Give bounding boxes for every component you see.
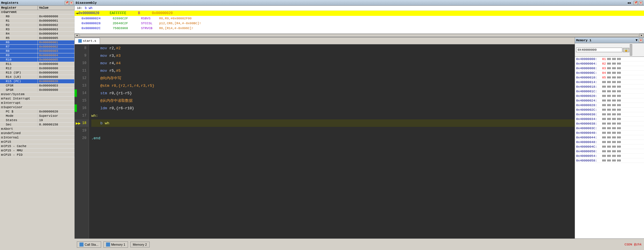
keyword-b: b (91, 121, 105, 125)
memory-close-btn[interactable]: ✕ (639, 38, 643, 42)
call-stack-btn[interactable]: Call Sta... (77, 241, 101, 248)
disasm-operand-1: R6,R9,#0x00002F00 (159, 17, 192, 20)
scroll-right-icon[interactable]: ▶ (630, 1, 631, 5)
disassembly-titlebar: Disassembly ◀ ▶ 📌 ✕ (75, 0, 644, 6)
reg-name-r8: R8 (0, 49, 38, 53)
reg-group-current[interactable]: ⊟Current (0, 10, 75, 14)
line-num-16: 16 (77, 104, 89, 112)
comment-15: @从内存中读取数据 (91, 98, 133, 103)
scroll-right-btn[interactable]: ▶ (639, 34, 644, 37)
comment-12: @向内存中写 (91, 76, 121, 81)
mem-addr: 0x40000020: (576, 94, 602, 98)
memory-rows: 0x40000000: 01 00 00 00 0x40000004: 02 0… (575, 57, 644, 238)
reg-group-cp15cache[interactable]: ⊞CP15 - Cache (0, 144, 75, 149)
registers-titlebar: Registers 📌 ✕ (0, 0, 75, 6)
reg-value-r6: 0x00000001 (38, 40, 75, 45)
mem-bytes: 00 00 00 00 (602, 80, 621, 84)
memory-titlebar: Memory 1 ▼ ✕ (575, 37, 644, 43)
reg-value-r15: 0x00000020 (38, 79, 75, 84)
reg-value-r13: 0x00000000 (38, 71, 75, 75)
memory-lock-btn[interactable]: 🔒 (623, 48, 629, 52)
mem-bytes: 03 00 00 00 (602, 67, 621, 70)
mem-addr: 0x40000044: (576, 136, 602, 139)
memory-row: 0x40000000: 01 00 00 00 (575, 57, 644, 61)
table-row: R10 0x00000005 (0, 58, 75, 62)
mem-bytes: 04 00 00 00 (602, 71, 621, 75)
mem-bytes: 00000000 (602, 113, 621, 116)
reg-r5: r5 (109, 69, 114, 73)
reg-group-cp15mmu[interactable]: ⊞CP15 - MMU (0, 149, 75, 153)
scroll-left-btn[interactable]: ◀ (75, 34, 79, 37)
disasm-row[interactable]: 0x00000028 2D646C2F STCCSL p12,CR6,[R4,#… (75, 21, 644, 26)
reg-group-user[interactable]: ⊞User/System (0, 92, 75, 97)
reg-group-undefined[interactable]: ⊞Undefined (0, 131, 75, 136)
reg-name-r15: R15 (PC) (0, 79, 38, 84)
memory-row: 0x40000048: 00000000 (575, 140, 644, 144)
mem-addr: 0x40000038: (576, 122, 602, 125)
code-gutter: 8 9 10 11 12 13 14 15 16 (75, 44, 89, 238)
breakpoint-marker-14[interactable] (75, 89, 77, 97)
memory-address-input[interactable] (576, 48, 622, 52)
reg-value-states: 19 (38, 118, 75, 123)
breakpoint-marker-16[interactable] (75, 104, 77, 112)
code-line-17: wh: (91, 112, 575, 119)
reg-group-fiq[interactable]: ⊞Fast Interrupt (0, 97, 75, 101)
line-num-19: 19 (75, 127, 89, 134)
reg-r4: r4 (109, 61, 114, 65)
code-line-14: stm r0,{r1-r5} (91, 89, 575, 97)
table-row: Sec 0.00000158 (0, 123, 75, 127)
memory2-btn[interactable]: Memory 2 (130, 242, 150, 247)
reg-value-r2: 0x00000002 (38, 23, 75, 27)
mem-bytes: 00000000 (602, 85, 621, 89)
registers-pin-btn[interactable]: 📌 (65, 1, 69, 5)
disasm-addr-0: 0x00000020 (79, 11, 107, 15)
table-row: R4 0x00000004 (0, 32, 75, 36)
reg-name-r10: R10 (0, 58, 38, 62)
reg-name-r14: R14 (LR) (0, 75, 38, 79)
tab-start-s[interactable]: start.s (75, 38, 100, 44)
reg-group-irq[interactable]: ⊞Interrupt (0, 101, 75, 105)
reg-group-cp15pid[interactable]: ⊞CP15 - PID (0, 153, 75, 157)
line-num-18: 18 (81, 119, 89, 127)
disasm-row[interactable]: 0x0000002C 756E6960 STRVCB R6,[R14,#-0x0… (75, 26, 644, 31)
memory-row: 0x40000034: 00000000 (575, 117, 644, 121)
memory-panel: Memory 1 ▼ ✕ 🔒 0x40000000: (575, 37, 644, 238)
registers-close-btn[interactable]: ✕ (69, 1, 73, 5)
reg-name-r6: R6 (0, 40, 38, 45)
mem-addr: 0x40000030: (576, 113, 602, 116)
mem-bytes: 05 00 00 00 (602, 76, 621, 79)
memory-scrollbar[interactable] (630, 44, 632, 56)
reg-value-r14: 0x00000000 (38, 75, 75, 79)
status-bar: Call Sta... Memory 1 Memory 2 CSDN @zhk (75, 238, 644, 250)
memory-dropdown-icon[interactable]: ▼ (636, 38, 638, 42)
imm-2: #2 (116, 46, 121, 50)
reg-group-abort[interactable]: ⊞Abort (0, 127, 75, 131)
disasm-row[interactable]: 0x00000024 62696C2F RSBVS R6,R9,#0x00002… (75, 16, 644, 21)
mem-bytes: 00000000 (602, 145, 621, 149)
memory-row: 0x4000003C: 00000000 (575, 126, 644, 131)
mem-addr: 0x4000004C: (576, 145, 602, 149)
mem-addr: 0x40000058: (576, 159, 602, 162)
mem-bytes: 00000000 (602, 150, 621, 153)
disasm-mnem-0: B (138, 11, 150, 15)
disassembly-pin-btn[interactable]: 📌 (634, 1, 638, 5)
disassembly-close-btn[interactable]: ✕ (639, 1, 643, 5)
mem-bytes: 00000000 (602, 154, 621, 158)
code-line-8: mov r2,#2 (91, 44, 575, 52)
disasm-current-row[interactable]: ⇒ 0x00000020 EAFFFFFE B 0x00000020 (75, 11, 644, 16)
code-line-10: mov r4,#4 (91, 59, 575, 67)
mem-bytes: 00000000 (602, 104, 621, 107)
disasm-scrollbar[interactable]: ◀ ▶ (75, 33, 644, 37)
code-editor: 8 9 10 11 12 13 14 15 16 (75, 44, 575, 238)
memory-row: 0x40000010: 05 00 00 00 (575, 75, 644, 80)
memory-row: 0x40000028: 00000000 (575, 103, 644, 108)
reg-group-internal[interactable]: ⊟Internal (0, 136, 75, 140)
memory1-btn[interactable]: Memory 1 (103, 241, 128, 248)
mem-addr: 0x40000028: (576, 104, 602, 107)
reg-group-cp15[interactable]: ⊞CP15 (0, 140, 75, 144)
code-line-20: .end (91, 134, 575, 142)
reg-group-supervisor[interactable]: ⊟Supervisor (0, 105, 75, 110)
scroll-left-icon[interactable]: ◀ (627, 1, 629, 5)
memory2-label: Memory 2 (133, 243, 147, 246)
code-line-18: b wh (91, 119, 575, 127)
